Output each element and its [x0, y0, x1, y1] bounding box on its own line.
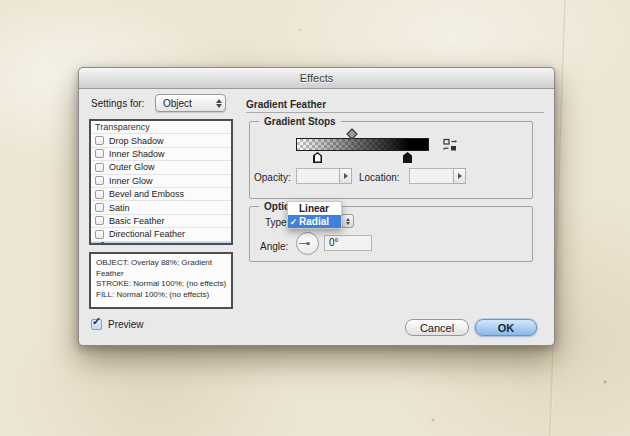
arrow-up-icon — [346, 218, 350, 221]
dialog-title: Effects — [300, 72, 333, 84]
list-item-directional-feather[interactable]: Directional Feather — [91, 228, 231, 241]
gradient-stops-legend: Gradient Stops — [259, 116, 341, 127]
checkbox-icon[interactable] — [95, 203, 104, 212]
angle-label: Angle: — [260, 241, 288, 252]
list-item-label: Inner Glow — [109, 176, 153, 186]
list-item-label: Bevel and Emboss — [109, 189, 184, 199]
list-item-satin[interactable]: Satin — [91, 201, 231, 214]
list-header-transparency: Transparency — [91, 121, 231, 134]
opacity-dropdown-button[interactable] — [339, 168, 352, 184]
arrow-right-icon — [458, 173, 462, 179]
list-item-gradient-feather[interactable]: Gradient Feather — [91, 242, 231, 245]
ok-button[interactable]: OK — [475, 319, 537, 336]
arrow-down-icon — [346, 222, 350, 225]
summary-line-stroke: STROKE: Normal 100%; (no effects) — [96, 279, 228, 290]
list-item-bevel-and-emboss[interactable]: Bevel and Emboss — [91, 188, 231, 201]
opacity-input[interactable] — [296, 168, 340, 184]
gradient-ramp[interactable] — [296, 138, 429, 151]
preview-label: Preview — [108, 319, 144, 330]
menu-item-label: Linear — [299, 203, 329, 214]
panel-divider — [246, 112, 544, 113]
effects-summary-box: OBJECT: Overlay 88%; Gradient Feather ST… — [89, 252, 233, 309]
checkbox-icon[interactable] — [95, 190, 104, 199]
checkbox-icon[interactable] — [95, 216, 104, 225]
checkbox-icon[interactable] — [95, 230, 104, 239]
gradient-stops-group: Gradient Stops — [249, 121, 533, 199]
cancel-button[interactable]: Cancel — [405, 319, 469, 336]
checkmark-icon — [288, 217, 299, 227]
settings-for-dropdown[interactable]: Object — [155, 94, 226, 112]
angle-input[interactable]: 0° — [324, 235, 372, 251]
opacity-label: Opacity: — [254, 172, 291, 183]
list-item-basic-feather[interactable]: Basic Feather — [91, 215, 231, 228]
list-item-outer-glow[interactable]: Outer Glow — [91, 161, 231, 174]
effects-dialog: Effects Settings for: Object Transparenc… — [78, 67, 555, 346]
preview-checkbox[interactable] — [91, 319, 102, 330]
location-input[interactable] — [409, 168, 454, 184]
list-item-drop-shadow[interactable]: Drop Shadow — [91, 134, 231, 147]
type-dropdown-menu: Linear Radial — [287, 201, 342, 229]
stepper-arrows-icon — [216, 99, 222, 108]
menu-item-label: Radial — [299, 216, 329, 227]
panel-title: Gradient Feather — [246, 99, 326, 110]
list-item-label: Gradient Feather — [109, 243, 177, 245]
list-item-inner-glow[interactable]: Inner Glow — [91, 175, 231, 188]
list-item-label: Satin — [109, 203, 130, 213]
checkbox-icon[interactable] — [95, 163, 104, 172]
settings-for-value: Object — [163, 98, 192, 109]
location-label: Location: — [359, 172, 400, 183]
list-item-label: Outer Glow — [109, 162, 155, 172]
list-item-label: Basic Feather — [109, 216, 165, 226]
list-header-label: Transparency — [95, 122, 150, 132]
list-item-label: Drop Shadow — [109, 136, 164, 146]
checkbox-icon[interactable] — [95, 176, 104, 185]
dialog-titlebar[interactable]: Effects — [79, 68, 554, 89]
checkbox-icon[interactable] — [95, 136, 104, 145]
preview-row: Preview — [91, 319, 144, 330]
checkbox-icon[interactable] — [95, 149, 104, 158]
list-item-inner-shadow[interactable]: Inner Shadow — [91, 148, 231, 161]
checkbox-checked-icon[interactable] — [95, 243, 104, 245]
arrow-right-icon — [344, 173, 348, 179]
angle-dial[interactable] — [296, 232, 319, 255]
effects-list: Transparency Drop Shadow Inner Shadow Ou… — [89, 119, 233, 245]
settings-for-label: Settings for: — [91, 98, 144, 109]
type-label: Type: — [265, 217, 289, 228]
menu-item-radial[interactable]: Radial — [288, 215, 341, 228]
list-item-label: Inner Shadow — [109, 149, 165, 159]
angle-dial-center — [306, 242, 310, 246]
reverse-gradient-icon[interactable] — [443, 138, 457, 152]
location-dropdown-button[interactable] — [453, 168, 466, 184]
menu-item-linear[interactable]: Linear — [288, 202, 341, 215]
summary-line-object: OBJECT: Overlay 88%; Gradient Feather — [96, 258, 228, 279]
list-item-label: Directional Feather — [109, 229, 185, 239]
summary-line-fill: FILL: Normal 100%; (no effects) — [96, 290, 228, 301]
type-dropdown-stepper[interactable] — [341, 214, 354, 228]
